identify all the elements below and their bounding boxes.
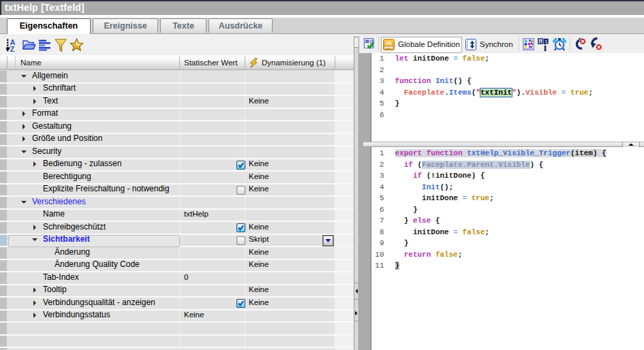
svg-text:i: i	[544, 42, 547, 52]
svg-text:101: 101	[386, 46, 391, 50]
svg-text:Z: Z	[10, 45, 15, 53]
